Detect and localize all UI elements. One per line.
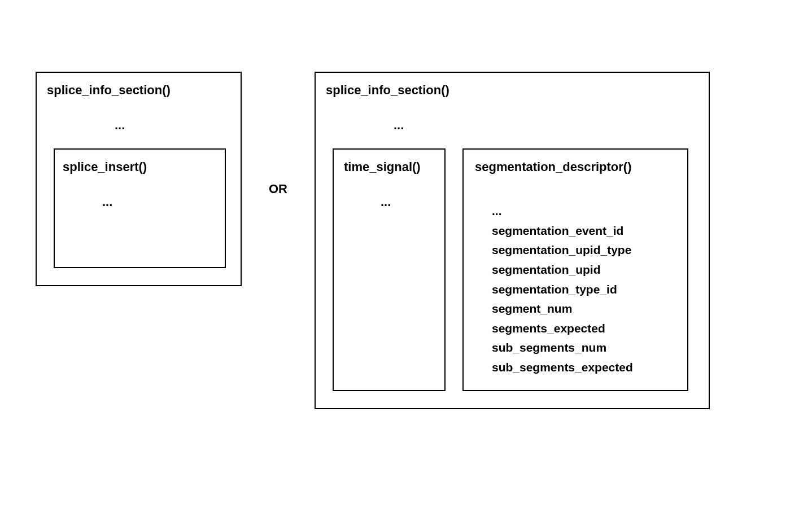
right-outer-title: splice_info_section() <box>326 83 692 98</box>
right-splice-info-section-box: splice_info_section() ... time_signal() … <box>315 72 710 409</box>
diagram-container: splice_info_section() ... splice_insert(… <box>36 72 710 409</box>
right-outer-ellipsis: ... <box>326 102 692 148</box>
left-outer-title: splice_info_section() <box>47 83 224 98</box>
right-inner-container: time_signal() ... segmentation_descripto… <box>333 148 692 391</box>
time-signal-title: time_signal() <box>344 160 433 174</box>
splice-insert-box: splice_insert() ... <box>54 148 226 268</box>
segmentation-field: segmentation_upid_type <box>492 240 676 260</box>
segmentation-field: segments_expected <box>492 319 676 339</box>
segmentation-descriptor-title: segmentation_descriptor() <box>475 160 676 174</box>
segmentation-field: segment_num <box>492 299 676 319</box>
or-separator: OR <box>269 72 287 196</box>
segmentation-field: sub_segments_num <box>492 338 676 358</box>
splice-insert-title: splice_insert() <box>63 160 213 174</box>
segmentation-descriptor-box: segmentation_descriptor() ... segmentati… <box>462 148 688 391</box>
segmentation-field: segmentation_type_id <box>492 280 676 300</box>
left-splice-info-section-box: splice_info_section() ... splice_insert(… <box>36 72 242 286</box>
splice-insert-ellipsis: ... <box>63 179 213 209</box>
segmentation-field-list: ... segmentation_event_id segmentation_u… <box>475 179 676 378</box>
segmentation-field: segmentation_event_id <box>492 221 676 241</box>
segmentation-field: segmentation_upid <box>492 260 676 280</box>
segmentation-field: sub_segments_expected <box>492 358 676 378</box>
segmentation-field: ... <box>492 202 676 221</box>
time-signal-box: time_signal() ... <box>333 148 446 391</box>
left-outer-ellipsis: ... <box>47 102 224 148</box>
time-signal-ellipsis: ... <box>344 179 433 209</box>
